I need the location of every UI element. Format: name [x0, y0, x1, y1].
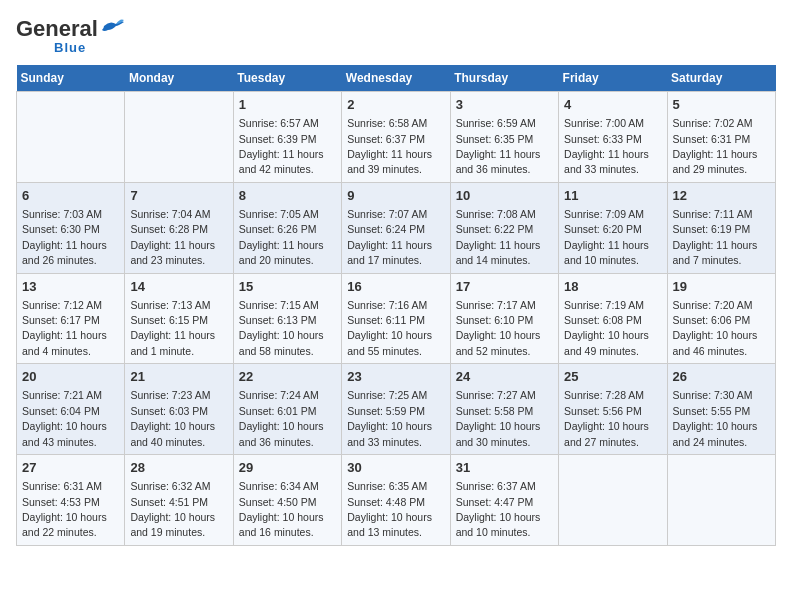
day-info: Sunrise: 7:09 AM Sunset: 6:20 PM Dayligh… [564, 208, 649, 266]
calendar-week-3: 13Sunrise: 7:12 AM Sunset: 6:17 PM Dayli… [17, 273, 776, 364]
day-number: 12 [673, 187, 770, 205]
day-number: 5 [673, 96, 770, 114]
calendar-cell: 15Sunrise: 7:15 AM Sunset: 6:13 PM Dayli… [233, 273, 341, 364]
day-info: Sunrise: 6:31 AM Sunset: 4:53 PM Dayligh… [22, 480, 107, 538]
day-info: Sunrise: 7:07 AM Sunset: 6:24 PM Dayligh… [347, 208, 432, 266]
day-info: Sunrise: 7:21 AM Sunset: 6:04 PM Dayligh… [22, 389, 107, 447]
day-info: Sunrise: 7:17 AM Sunset: 6:10 PM Dayligh… [456, 299, 541, 357]
calendar-cell: 17Sunrise: 7:17 AM Sunset: 6:10 PM Dayli… [450, 273, 558, 364]
calendar-cell: 9Sunrise: 7:07 AM Sunset: 6:24 PM Daylig… [342, 182, 450, 273]
day-info: Sunrise: 7:25 AM Sunset: 5:59 PM Dayligh… [347, 389, 432, 447]
calendar-cell: 27Sunrise: 6:31 AM Sunset: 4:53 PM Dayli… [17, 455, 125, 546]
logo-blue-text: Blue [54, 40, 86, 55]
logo: General Blue [16, 16, 124, 55]
day-number: 19 [673, 278, 770, 296]
calendar-cell: 30Sunrise: 6:35 AM Sunset: 4:48 PM Dayli… [342, 455, 450, 546]
day-info: Sunrise: 7:13 AM Sunset: 6:15 PM Dayligh… [130, 299, 215, 357]
calendar-cell: 23Sunrise: 7:25 AM Sunset: 5:59 PM Dayli… [342, 364, 450, 455]
calendar-cell: 29Sunrise: 6:34 AM Sunset: 4:50 PM Dayli… [233, 455, 341, 546]
calendar-cell: 7Sunrise: 7:04 AM Sunset: 6:28 PM Daylig… [125, 182, 233, 273]
calendar-cell: 19Sunrise: 7:20 AM Sunset: 6:06 PM Dayli… [667, 273, 775, 364]
calendar-cell: 20Sunrise: 7:21 AM Sunset: 6:04 PM Dayli… [17, 364, 125, 455]
day-number: 29 [239, 459, 336, 477]
day-number: 31 [456, 459, 553, 477]
day-info: Sunrise: 7:20 AM Sunset: 6:06 PM Dayligh… [673, 299, 758, 357]
day-info: Sunrise: 7:23 AM Sunset: 6:03 PM Dayligh… [130, 389, 215, 447]
weekday-header-thursday: Thursday [450, 65, 558, 92]
day-number: 14 [130, 278, 227, 296]
day-number: 27 [22, 459, 119, 477]
calendar-cell: 25Sunrise: 7:28 AM Sunset: 5:56 PM Dayli… [559, 364, 667, 455]
day-number: 9 [347, 187, 444, 205]
weekday-header-tuesday: Tuesday [233, 65, 341, 92]
calendar-cell: 16Sunrise: 7:16 AM Sunset: 6:11 PM Dayli… [342, 273, 450, 364]
calendar-cell: 8Sunrise: 7:05 AM Sunset: 6:26 PM Daylig… [233, 182, 341, 273]
day-info: Sunrise: 6:32 AM Sunset: 4:51 PM Dayligh… [130, 480, 215, 538]
calendar-cell: 12Sunrise: 7:11 AM Sunset: 6:19 PM Dayli… [667, 182, 775, 273]
day-number: 23 [347, 368, 444, 386]
calendar-cell: 5Sunrise: 7:02 AM Sunset: 6:31 PM Daylig… [667, 92, 775, 183]
day-info: Sunrise: 7:11 AM Sunset: 6:19 PM Dayligh… [673, 208, 758, 266]
calendar-cell: 28Sunrise: 6:32 AM Sunset: 4:51 PM Dayli… [125, 455, 233, 546]
day-number: 24 [456, 368, 553, 386]
calendar-cell: 4Sunrise: 7:00 AM Sunset: 6:33 PM Daylig… [559, 92, 667, 183]
calendar-cell: 31Sunrise: 6:37 AM Sunset: 4:47 PM Dayli… [450, 455, 558, 546]
day-number: 21 [130, 368, 227, 386]
page-header: General Blue [16, 16, 776, 55]
day-number: 1 [239, 96, 336, 114]
day-info: Sunrise: 7:08 AM Sunset: 6:22 PM Dayligh… [456, 208, 541, 266]
day-number: 20 [22, 368, 119, 386]
calendar-week-1: 1Sunrise: 6:57 AM Sunset: 6:39 PM Daylig… [17, 92, 776, 183]
day-info: Sunrise: 7:30 AM Sunset: 5:55 PM Dayligh… [673, 389, 758, 447]
calendar-week-4: 20Sunrise: 7:21 AM Sunset: 6:04 PM Dayli… [17, 364, 776, 455]
calendar-week-2: 6Sunrise: 7:03 AM Sunset: 6:30 PM Daylig… [17, 182, 776, 273]
day-number: 18 [564, 278, 661, 296]
day-number: 2 [347, 96, 444, 114]
day-info: Sunrise: 7:15 AM Sunset: 6:13 PM Dayligh… [239, 299, 324, 357]
calendar-cell [125, 92, 233, 183]
weekday-header-sunday: Sunday [17, 65, 125, 92]
calendar-cell: 2Sunrise: 6:58 AM Sunset: 6:37 PM Daylig… [342, 92, 450, 183]
day-number: 6 [22, 187, 119, 205]
day-number: 16 [347, 278, 444, 296]
calendar-cell [559, 455, 667, 546]
day-info: Sunrise: 7:27 AM Sunset: 5:58 PM Dayligh… [456, 389, 541, 447]
day-info: Sunrise: 6:57 AM Sunset: 6:39 PM Dayligh… [239, 117, 324, 175]
calendar-week-5: 27Sunrise: 6:31 AM Sunset: 4:53 PM Dayli… [17, 455, 776, 546]
calendar-cell: 6Sunrise: 7:03 AM Sunset: 6:30 PM Daylig… [17, 182, 125, 273]
day-number: 25 [564, 368, 661, 386]
day-number: 7 [130, 187, 227, 205]
weekday-header-friday: Friday [559, 65, 667, 92]
day-info: Sunrise: 6:37 AM Sunset: 4:47 PM Dayligh… [456, 480, 541, 538]
calendar-cell [17, 92, 125, 183]
day-number: 17 [456, 278, 553, 296]
day-info: Sunrise: 7:05 AM Sunset: 6:26 PM Dayligh… [239, 208, 324, 266]
calendar-cell: 1Sunrise: 6:57 AM Sunset: 6:39 PM Daylig… [233, 92, 341, 183]
day-info: Sunrise: 6:58 AM Sunset: 6:37 PM Dayligh… [347, 117, 432, 175]
day-info: Sunrise: 7:03 AM Sunset: 6:30 PM Dayligh… [22, 208, 107, 266]
day-number: 26 [673, 368, 770, 386]
calendar-cell: 26Sunrise: 7:30 AM Sunset: 5:55 PM Dayli… [667, 364, 775, 455]
day-number: 13 [22, 278, 119, 296]
weekday-header-row: SundayMondayTuesdayWednesdayThursdayFrid… [17, 65, 776, 92]
calendar-cell: 18Sunrise: 7:19 AM Sunset: 6:08 PM Dayli… [559, 273, 667, 364]
calendar-cell: 13Sunrise: 7:12 AM Sunset: 6:17 PM Dayli… [17, 273, 125, 364]
day-number: 28 [130, 459, 227, 477]
day-number: 3 [456, 96, 553, 114]
day-info: Sunrise: 6:59 AM Sunset: 6:35 PM Dayligh… [456, 117, 541, 175]
calendar-table: SundayMondayTuesdayWednesdayThursdayFrid… [16, 65, 776, 546]
day-info: Sunrise: 7:02 AM Sunset: 6:31 PM Dayligh… [673, 117, 758, 175]
day-info: Sunrise: 7:00 AM Sunset: 6:33 PM Dayligh… [564, 117, 649, 175]
weekday-header-wednesday: Wednesday [342, 65, 450, 92]
day-number: 30 [347, 459, 444, 477]
calendar-cell: 24Sunrise: 7:27 AM Sunset: 5:58 PM Dayli… [450, 364, 558, 455]
day-info: Sunrise: 7:04 AM Sunset: 6:28 PM Dayligh… [130, 208, 215, 266]
calendar-cell: 22Sunrise: 7:24 AM Sunset: 6:01 PM Dayli… [233, 364, 341, 455]
day-info: Sunrise: 6:34 AM Sunset: 4:50 PM Dayligh… [239, 480, 324, 538]
calendar-cell: 3Sunrise: 6:59 AM Sunset: 6:35 PM Daylig… [450, 92, 558, 183]
calendar-cell: 14Sunrise: 7:13 AM Sunset: 6:15 PM Dayli… [125, 273, 233, 364]
day-info: Sunrise: 7:16 AM Sunset: 6:11 PM Dayligh… [347, 299, 432, 357]
day-number: 11 [564, 187, 661, 205]
logo-bird-icon [102, 18, 124, 36]
day-number: 8 [239, 187, 336, 205]
